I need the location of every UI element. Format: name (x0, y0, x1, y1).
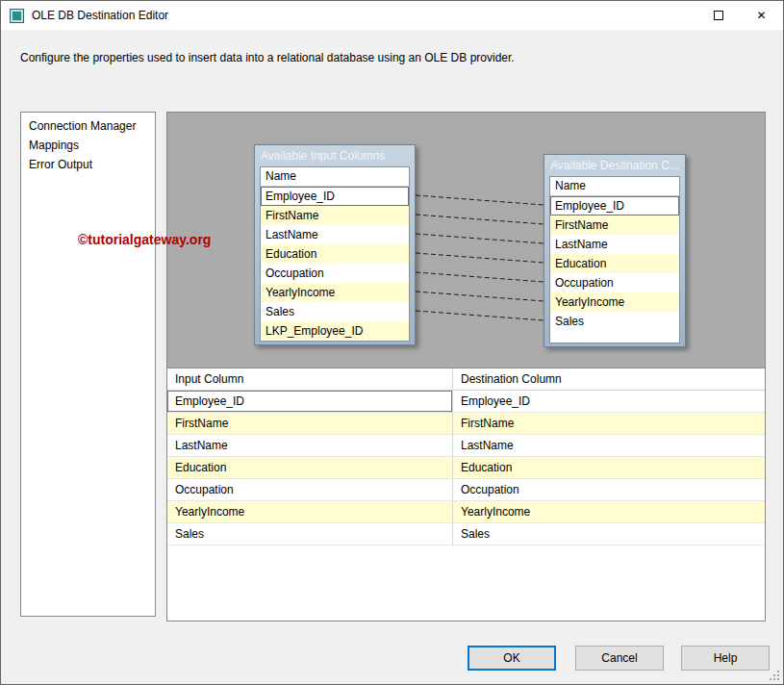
input-list-header: Name (261, 167, 409, 187)
input-column-header: Input Column (167, 368, 453, 391)
input-column-cell[interactable]: FirstName (167, 413, 453, 435)
destination-column-item[interactable]: Sales (550, 312, 679, 331)
mapping-canvas: Available Input Columns Name Employee_ID… (167, 113, 765, 368)
cancel-button[interactable]: Cancel (575, 646, 664, 671)
mapping-table-header: Input Column Destination Column (167, 368, 765, 391)
mapping-row: Sales Sales (167, 523, 765, 545)
input-column-cell[interactable]: Employee_ID (167, 391, 453, 413)
destination-box-title: Available Destination C... (544, 155, 685, 176)
close-icon: ✕ (756, 9, 766, 22)
available-destination-columns-box[interactable]: Available Destination C... Name Employee… (544, 154, 686, 347)
resize-grip[interactable] (768, 669, 781, 682)
input-column-cell[interactable]: YearlyIncome (167, 501, 453, 523)
destination-column-cell[interactable]: Occupation (453, 479, 765, 501)
mapping-table: Input Column Destination Column Employee… (167, 368, 765, 545)
mappings-panel: Available Input Columns Name Employee_ID… (166, 112, 766, 622)
sidebar: Connection Manager Mappings Error Output (20, 112, 156, 617)
available-input-columns-box[interactable]: Available Input Columns Name Employee_ID… (254, 144, 416, 345)
input-column-item[interactable]: Education (261, 244, 409, 264)
destination-column-item[interactable]: Education (550, 254, 679, 273)
close-button[interactable]: ✕ (740, 1, 783, 30)
input-column-item[interactable]: FirstName (261, 206, 409, 225)
input-column-item[interactable]: Occupation (261, 264, 409, 283)
input-column-cell[interactable]: Education (167, 457, 453, 479)
maximize-icon (714, 11, 723, 20)
destination-column-item[interactable]: Employee_ID (550, 196, 679, 216)
destination-column-header: Destination Column (453, 368, 765, 391)
destination-column-cell[interactable]: Sales (453, 523, 765, 545)
app-icon (10, 9, 24, 23)
input-column-item[interactable]: LKP_Employee_ID (261, 321, 409, 341)
titlebar[interactable]: OLE DB Destination Editor ✕ (1, 1, 783, 30)
ole-db-destination-editor-window: OLE DB Destination Editor ✕ Configure th… (0, 0, 784, 685)
input-column-list: Name Employee_ID FirstName LastName Educ… (260, 166, 410, 342)
input-column-item[interactable]: Employee_ID (261, 187, 409, 206)
mapping-row: LastName LastName (167, 435, 765, 457)
mapping-row: Occupation Occupation (167, 479, 765, 501)
watermark: ©tutorialgateway.org (78, 232, 211, 247)
ok-button[interactable]: OK (468, 646, 556, 671)
input-column-cell[interactable]: Sales (167, 523, 453, 545)
destination-column-item[interactable]: YearlyIncome (550, 292, 679, 312)
destination-column-item[interactable]: FirstName (550, 216, 679, 235)
mapping-row: Employee_ID Employee_ID (167, 391, 765, 413)
input-box-title: Available Input Columns (255, 145, 415, 166)
window-controls: ✕ (696, 1, 783, 30)
destination-column-item[interactable]: LastName (550, 235, 679, 254)
dialog-description: Configure the properties used to insert … (20, 51, 764, 64)
help-button[interactable]: Help (681, 646, 770, 671)
input-column-item[interactable]: YearlyIncome (261, 283, 409, 302)
input-column-cell[interactable]: LastName (167, 435, 453, 457)
sidebar-item-error-output[interactable]: Error Output (21, 155, 155, 174)
destination-column-item[interactable]: Occupation (550, 273, 679, 292)
sidebar-item-connection-manager[interactable]: Connection Manager (21, 116, 155, 136)
destination-column-cell[interactable]: FirstName (453, 413, 765, 435)
input-column-item[interactable]: LastName (261, 225, 409, 244)
mapping-row: YearlyIncome YearlyIncome (167, 501, 765, 523)
window-title: OLE DB Destination Editor (32, 9, 168, 22)
mapping-row: FirstName FirstName (167, 413, 765, 435)
destination-column-cell[interactable]: YearlyIncome (453, 501, 765, 523)
destination-list-header: Name (550, 177, 679, 196)
input-column-cell[interactable]: Occupation (167, 479, 453, 501)
maximize-button[interactable] (696, 1, 740, 30)
destination-column-cell[interactable]: Education (453, 457, 765, 479)
input-column-item[interactable]: Sales (261, 302, 409, 321)
mapping-row: Education Education (167, 457, 765, 479)
destination-column-list: Name Employee_ID FirstName LastName Educ… (549, 176, 680, 343)
destination-column-cell[interactable]: LastName (453, 435, 765, 457)
destination-column-cell[interactable]: Employee_ID (453, 391, 765, 413)
sidebar-item-mappings[interactable]: Mappings (21, 136, 155, 155)
